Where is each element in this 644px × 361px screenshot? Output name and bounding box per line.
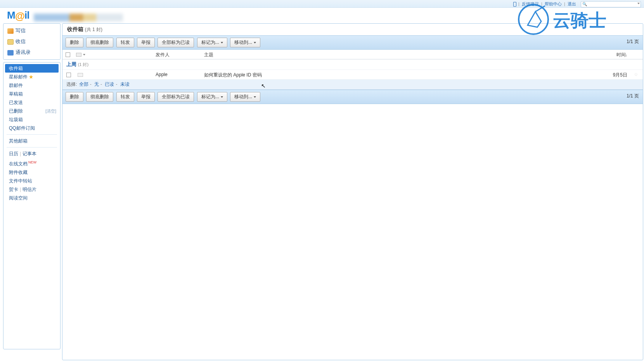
new-badge: NEW bbox=[28, 160, 36, 164]
mail-date: 9月5日 bbox=[613, 72, 627, 78]
chevron-down-icon bbox=[254, 42, 256, 43]
harddelete-button-2[interactable]: 彻底删除 bbox=[86, 92, 113, 102]
mail-read-icon bbox=[78, 73, 83, 77]
mail-subject: 如何重设您的 Apple ID 密码 bbox=[204, 72, 262, 78]
page-indicator-bottom: 1/1 页 bbox=[627, 93, 639, 99]
markallread-button[interactable]: 全部标为已读 bbox=[158, 38, 194, 47]
folder-deleted[interactable]: 已删除[清空] bbox=[3, 107, 60, 115]
postcard-link[interactable]: 明信片 bbox=[23, 187, 36, 192]
toolbar-top: 删除 彻底删除 转发 举报 全部标为已读 标记为... 移动到... 1/1 页 bbox=[62, 35, 643, 50]
search-icon: 🔍 bbox=[582, 2, 587, 6]
chevron-down-icon bbox=[254, 96, 256, 98]
mail-star-icon[interactable]: ☆ bbox=[634, 72, 638, 77]
folder-starred[interactable]: 星标邮件 ★ bbox=[3, 73, 60, 81]
select-all-link[interactable]: 全部 bbox=[79, 82, 88, 87]
delete-button-2[interactable]: 删除 bbox=[66, 92, 83, 102]
deleted-clear-link[interactable]: [清空] bbox=[45, 108, 56, 114]
mail-sender: Apple bbox=[156, 72, 168, 77]
calendar-link[interactable]: 日历 bbox=[9, 151, 18, 156]
folder-group[interactable]: 群邮件 bbox=[3, 81, 60, 90]
notes-link[interactable]: 记事本 bbox=[23, 151, 36, 156]
action-box: 写信 收信 通讯录 bbox=[3, 23, 61, 60]
moveto-button[interactable]: 移动到... bbox=[230, 38, 260, 47]
toolbar-bottom: 删除 彻底删除 转发 举报 全部标为已读 标记为... 移动到... 1/1 页 bbox=[62, 90, 643, 104]
folder-onlinedoc[interactable]: 在线文档NEW bbox=[3, 158, 60, 168]
mail-row[interactable]: Apple 如何重设您的 Apple ID 密码 9月5日 ☆ bbox=[62, 70, 643, 80]
header-time[interactable]: 时间↓ bbox=[616, 52, 628, 58]
mail-count: (共 1 封) bbox=[85, 27, 102, 32]
help-link[interactable]: 帮助中心 bbox=[545, 2, 562, 6]
compose-icon bbox=[7, 28, 14, 34]
contacts-icon bbox=[7, 50, 14, 56]
folder-inbox[interactable]: 收件箱 bbox=[5, 64, 59, 73]
folder-drafts[interactable]: 草稿箱 bbox=[3, 90, 60, 98]
folder-sent[interactable]: 已发送 bbox=[3, 98, 60, 107]
chevron-down-icon bbox=[221, 42, 223, 43]
folder-attachments[interactable]: 附件收藏 bbox=[3, 168, 60, 177]
top-right-links: | 反馈建议 | 帮助中心 | 退出 🔍 bbox=[513, 1, 641, 7]
report-button[interactable]: 举报 bbox=[137, 38, 155, 47]
group-header[interactable]: 上周 (1 封) bbox=[62, 59, 643, 70]
mobile-icon[interactable] bbox=[513, 2, 516, 7]
chevron-down-icon bbox=[221, 96, 223, 98]
main-title: 收件箱 (共 1 封) bbox=[62, 24, 643, 35]
sort-icon[interactable] bbox=[83, 54, 85, 56]
folder-other[interactable]: 其他邮箱 bbox=[3, 137, 60, 145]
page-indicator-top: 1/1 页 bbox=[627, 38, 639, 45]
folder-box: 收件箱 星标邮件 ★ 群邮件 草稿箱 已发送 已删除[清空] 垃圾箱 QQ邮件订… bbox=[3, 62, 61, 349]
report-button-2[interactable]: 举报 bbox=[137, 92, 155, 102]
folder-spam[interactable]: 垃圾箱 bbox=[3, 115, 60, 124]
logout-link[interactable]: 退出 bbox=[568, 2, 576, 6]
folder-reading[interactable]: 阅读空间 bbox=[3, 194, 60, 202]
column-header: 发件人 主题 时间↓ bbox=[62, 50, 643, 59]
search-dropdown-icon[interactable] bbox=[637, 3, 640, 4]
receive-button[interactable]: 收信 bbox=[3, 36, 60, 47]
folder-qqsub[interactable]: QQ邮件订阅 bbox=[3, 124, 60, 132]
forward-button[interactable]: 转发 bbox=[116, 38, 134, 47]
folder-greeting-postcard: 贺卡|明信片 bbox=[3, 185, 60, 194]
account-blur bbox=[34, 14, 123, 21]
delete-button[interactable]: 删除 bbox=[66, 38, 83, 47]
receive-icon bbox=[7, 39, 14, 45]
select-all-checkbox[interactable] bbox=[66, 52, 70, 57]
select-unread-link[interactable]: 未读 bbox=[120, 82, 130, 87]
harddelete-button[interactable]: 彻底删除 bbox=[86, 38, 113, 47]
moveto-button-2[interactable]: 移动到... bbox=[230, 92, 260, 102]
markas-button[interactable]: 标记为... bbox=[197, 38, 227, 47]
contacts-button[interactable]: 通讯录 bbox=[3, 47, 60, 58]
logo: M@il bbox=[7, 8, 29, 23]
feedback-link[interactable]: 反馈建议 bbox=[522, 2, 539, 6]
select-none-link[interactable]: 无 bbox=[94, 82, 99, 87]
select-row: 选择: 全部- 无- 已读- 未读 bbox=[62, 80, 643, 90]
forward-button-2[interactable]: 转发 bbox=[116, 92, 134, 102]
envelope-icon[interactable] bbox=[76, 53, 81, 57]
main-pane: 收件箱 (共 1 封) 删除 彻底删除 转发 举报 全部标为已读 标记为... … bbox=[62, 23, 643, 360]
markas-button-2[interactable]: 标记为... bbox=[197, 92, 227, 102]
markallread-button-2[interactable]: 全部标为已读 bbox=[158, 92, 194, 102]
left-column: 写信 收信 通讯录 收件箱 星标邮件 ★ 群邮件 草稿箱 已发送 已删除[清空]… bbox=[3, 23, 61, 352]
top-bar: | 反馈建议 | 帮助中心 | 退出 🔍 bbox=[0, 0, 644, 8]
folder-filerelay[interactable]: 文件中转站 bbox=[3, 177, 60, 185]
search-input[interactable]: 🔍 bbox=[581, 1, 641, 7]
header-sender[interactable]: 发件人 bbox=[156, 52, 170, 58]
greeting-link[interactable]: 贺卡 bbox=[9, 187, 18, 192]
header-subject[interactable]: 主题 bbox=[204, 52, 213, 58]
page-title: 收件箱 bbox=[67, 26, 83, 32]
logo-row: M@il bbox=[0, 8, 644, 23]
folder-cal-notes: 日历|记事本 bbox=[3, 149, 60, 158]
star-icon: ★ bbox=[29, 74, 33, 80]
select-read-link[interactable]: 已读 bbox=[105, 82, 114, 87]
mail-checkbox[interactable] bbox=[66, 73, 71, 77]
compose-button[interactable]: 写信 bbox=[3, 25, 60, 36]
